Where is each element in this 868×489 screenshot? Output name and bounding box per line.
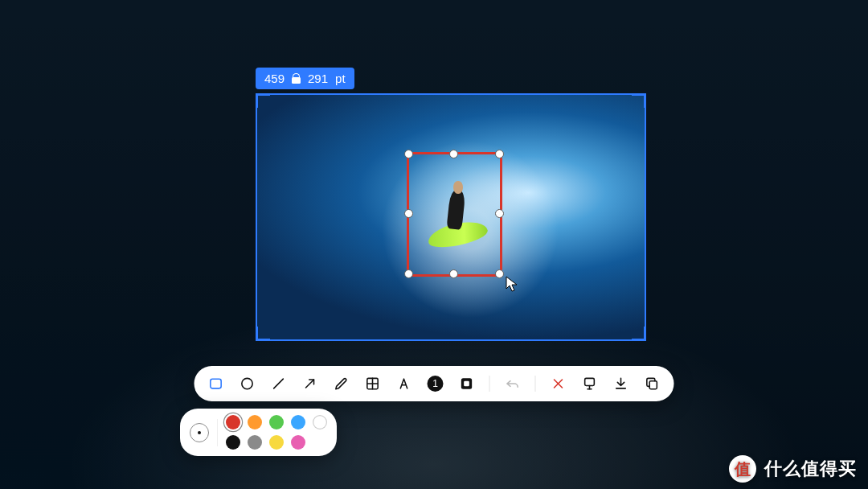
- tool-pencil[interactable]: [333, 375, 350, 392]
- resize-handle-tl[interactable]: [404, 150, 413, 158]
- svg-rect-8: [464, 381, 469, 387]
- annotation-toolbar: 1: [194, 366, 674, 401]
- save-icon: [613, 376, 629, 392]
- pin-icon: [582, 376, 598, 392]
- color-swatch[interactable]: [226, 435, 240, 450]
- oval-icon: [240, 376, 256, 392]
- undo-icon: [505, 376, 521, 392]
- dimension-unit: pt: [335, 72, 346, 85]
- tool-arrow[interactable]: [301, 375, 319, 392]
- svg-rect-14: [649, 381, 657, 389]
- tool-line[interactable]: [270, 375, 288, 392]
- capture-handle-tr[interactable]: [632, 93, 646, 108]
- color-swatch[interactable]: [269, 415, 284, 429]
- action-undo[interactable]: [504, 375, 522, 392]
- toolbar-separator: [489, 376, 490, 392]
- resize-handle-bl[interactable]: [404, 269, 413, 278]
- stroke-size-selector[interactable]: [190, 423, 209, 442]
- color-swatch[interactable]: [226, 415, 240, 429]
- resize-handle-ml[interactable]: [404, 209, 413, 218]
- action-save[interactable]: [612, 375, 630, 392]
- capture-handle-br[interactable]: [632, 327, 646, 341]
- dimension-width: 459: [264, 72, 285, 85]
- popover-divider: [217, 419, 218, 446]
- mosaic-icon: [365, 376, 381, 392]
- svg-line-2: [274, 379, 284, 388]
- color-swatch[interactable]: [291, 415, 305, 429]
- counter-value: 1: [432, 378, 438, 389]
- style-popover: [180, 409, 337, 456]
- resize-handle-mr[interactable]: [495, 209, 504, 218]
- rect-icon: [208, 376, 224, 392]
- action-copy[interactable]: [644, 375, 661, 392]
- svg-rect-11: [585, 378, 595, 385]
- action-cancel[interactable]: [550, 375, 567, 392]
- arrow-icon: [302, 376, 318, 392]
- color-swatch[interactable]: [269, 435, 284, 450]
- line-icon: [271, 376, 287, 392]
- color-swatch[interactable]: [248, 435, 262, 450]
- action-pin[interactable]: [581, 375, 599, 392]
- cancel-icon: [551, 376, 567, 392]
- color-swatch[interactable]: [248, 415, 262, 429]
- tool-oval[interactable]: [239, 375, 256, 392]
- text-icon: [396, 376, 412, 392]
- capture-handle-bl[interactable]: [256, 327, 270, 341]
- svg-rect-0: [211, 379, 221, 388]
- watermark-text: 什么值得买: [764, 457, 857, 481]
- watermark-badge: 值: [729, 455, 756, 483]
- captured-subject: [428, 181, 488, 253]
- color-palette: [226, 415, 327, 450]
- watermark: 值 什么值得买: [729, 455, 857, 483]
- counter-icon: 1: [428, 376, 444, 392]
- dimension-height: 291: [308, 72, 328, 85]
- screenshot-stage: 459 291 pt: [0, 0, 868, 489]
- copy-icon: [645, 376, 661, 392]
- tool-text[interactable]: [395, 375, 413, 392]
- tool-rectangle[interactable]: [207, 375, 225, 392]
- capture-handle-tl[interactable]: [256, 93, 270, 108]
- tool-highlight[interactable]: [458, 375, 476, 392]
- annotation-rectangle[interactable]: [407, 152, 502, 277]
- toolbar-separator: [535, 376, 536, 392]
- resize-handle-br[interactable]: [495, 269, 504, 278]
- color-swatch[interactable]: [291, 435, 305, 450]
- resize-handle-tr[interactable]: [495, 150, 504, 158]
- color-swatch[interactable]: [313, 415, 327, 429]
- resize-handle-tm[interactable]: [449, 150, 458, 158]
- dimensions-badge[interactable]: 459 291 pt: [256, 68, 354, 89]
- svg-line-3: [306, 380, 314, 388]
- pencil-icon: [334, 376, 350, 392]
- highlight-icon: [459, 376, 475, 392]
- tool-counter[interactable]: 1: [427, 375, 444, 392]
- lock-icon[interactable]: [292, 73, 301, 84]
- tool-mosaic[interactable]: [364, 375, 382, 392]
- resize-handle-bm[interactable]: [449, 269, 458, 278]
- svg-point-1: [242, 378, 252, 388]
